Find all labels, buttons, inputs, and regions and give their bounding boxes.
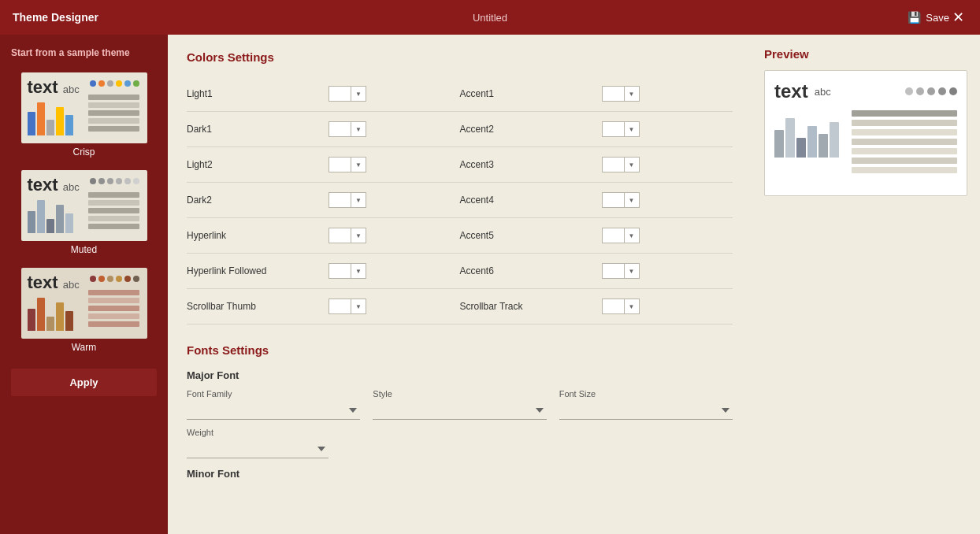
color-dropdown-dark1[interactable]: ▼ [351, 121, 366, 137]
color-swatch-light2[interactable] [329, 157, 351, 172]
color-row-accent4: Accent4 ▼ [460, 183, 733, 218]
color-swatch-scrollbar-thumb[interactable] [329, 299, 351, 314]
style-control: Style [373, 389, 546, 420]
preview-inner [774, 110, 957, 176]
color-dropdown-accent3[interactable]: ▼ [624, 157, 640, 172]
color-row-accent3: Accent3 ▼ [460, 147, 733, 183]
color-dropdown-accent6[interactable]: ▼ [624, 263, 640, 279]
thumb-text-muted: text abc [28, 175, 80, 195]
font-size-select[interactable] [559, 402, 733, 420]
weight-control: Weight [187, 428, 329, 458]
color-dropdown-scrollbar-thumb[interactable]: ▼ [351, 299, 366, 314]
apply-button[interactable]: Apply [11, 369, 157, 396]
color-picker-accent6: ▼ [602, 263, 733, 279]
color-row-accent6: Accent6 ▼ [460, 254, 733, 289]
font-family-select[interactable] [187, 402, 360, 420]
close-button[interactable]: ✕ [949, 9, 967, 26]
color-swatch-accent2[interactable] [602, 121, 624, 137]
preview-panel: Preview text abc [752, 35, 980, 534]
title-bar: Theme Designer 💾 Save Untitled ✕ [0, 0, 980, 35]
color-row-accent5: Accent5 ▼ [460, 218, 733, 254]
style-select[interactable] [373, 402, 546, 420]
preview-table-row-3 [852, 139, 957, 145]
color-label-hyperlink: Hyperlink [187, 230, 329, 241]
app-window: Theme Designer 💾 Save Untitled ✕ Start f… [0, 0, 980, 534]
sidebar-heading: Start from a sample theme [0, 35, 168, 66]
colors-section-title: Colors Settings [187, 50, 733, 64]
color-dropdown-light2[interactable]: ▼ [351, 157, 366, 172]
theme-label-warm: Warm [72, 342, 97, 353]
color-label-accent1: Accent1 [460, 88, 602, 99]
weight-select[interactable] [187, 440, 329, 458]
color-picker-accent2: ▼ [602, 121, 733, 137]
preview-table-row-5 [852, 158, 957, 164]
color-picker-hyperlink-followed: ▼ [329, 263, 460, 279]
color-swatch-accent3[interactable] [602, 157, 624, 172]
theme-label-muted: Muted [71, 244, 97, 255]
theme-item-warm[interactable]: text abc [0, 261, 168, 359]
color-row-accent1: Accent1 ▼ [460, 76, 733, 112]
font-size-control: Font Size [559, 389, 733, 420]
color-dropdown-hyperlink[interactable]: ▼ [351, 228, 366, 243]
color-label-light1: Light1 [187, 88, 329, 99]
color-label-accent6: Accent6 [460, 265, 602, 276]
save-label: Save [926, 12, 949, 24]
theme-item-crisp[interactable]: text abc [0, 66, 168, 164]
color-picker-accent1: ▼ [602, 86, 733, 102]
colors-right-col: Accent1 ▼ Accent2 ▼ Ac [460, 76, 733, 324]
thumb-chart-warm [28, 295, 73, 331]
color-swatch-hyperlink[interactable] [329, 228, 351, 243]
font-family-label: Font Family [187, 389, 360, 399]
doc-title: Untitled [473, 12, 507, 24]
color-picker-dark1: ▼ [329, 121, 460, 137]
color-swatch-dark2[interactable] [329, 192, 351, 208]
color-row-scrollbar-thumb: Scrollbar Thumb ▼ [187, 289, 460, 324]
color-dropdown-accent2[interactable]: ▼ [624, 121, 640, 137]
color-swatch-hyperlink-followed[interactable] [329, 263, 351, 279]
preview-box: text abc [764, 70, 967, 196]
color-label-accent2: Accent2 [460, 124, 602, 135]
app-name: Theme Designer [13, 11, 908, 24]
save-button[interactable]: 💾 Save [908, 11, 949, 24]
preview-table-row-2 [852, 129, 957, 135]
color-picker-hyperlink: ▼ [329, 228, 460, 243]
preview-table-row-1 [852, 120, 957, 126]
color-swatch-scrollbar-track[interactable] [602, 299, 624, 314]
main-content: Colors Settings Light1 ▼ Dark1 [168, 35, 752, 534]
preview-table-row-4 [852, 148, 957, 154]
theme-label-crisp: Crisp [72, 146, 95, 158]
color-dropdown-dark2[interactable]: ▼ [351, 192, 366, 208]
theme-thumbnail-warm: text abc [21, 268, 147, 339]
color-swatch-light1[interactable] [329, 86, 351, 102]
preview-text-row: text abc [774, 80, 957, 102]
fonts-section: Fonts Settings Major Font Font Family St… [187, 343, 733, 480]
color-row-light1: Light1 ▼ [187, 76, 460, 112]
fonts-section-title: Fonts Settings [187, 343, 733, 357]
color-dropdown-accent1[interactable]: ▼ [624, 86, 640, 102]
thumb-dots-crisp [90, 80, 139, 87]
color-picker-accent5: ▼ [602, 228, 733, 243]
theme-item-muted[interactable]: text abc [0, 164, 168, 261]
preview-dots [905, 87, 957, 95]
major-font-title: Major Font [187, 369, 733, 381]
thumb-text-warm: text abc [28, 273, 80, 293]
color-swatch-accent6[interactable] [602, 263, 624, 279]
preview-title: Preview [764, 47, 967, 61]
save-icon: 💾 [908, 11, 921, 24]
font-family-control: Font Family [187, 389, 360, 420]
color-swatch-dark1[interactable] [329, 121, 351, 137]
color-swatch-accent1[interactable] [602, 86, 624, 102]
color-swatch-accent5[interactable] [602, 228, 624, 243]
color-picker-accent3: ▼ [602, 157, 733, 172]
color-dropdown-light1[interactable]: ▼ [351, 86, 366, 102]
color-swatch-accent4[interactable] [602, 192, 624, 208]
color-dropdown-scrollbar-track[interactable]: ▼ [624, 299, 640, 314]
color-dropdown-accent5[interactable]: ▼ [624, 228, 640, 243]
color-picker-accent4: ▼ [602, 192, 733, 208]
color-label-dark2: Dark2 [187, 195, 329, 206]
color-label-accent5: Accent5 [460, 230, 602, 241]
color-dropdown-hyperlink-followed[interactable]: ▼ [351, 263, 366, 279]
thumb-table-muted [88, 192, 139, 233]
color-dropdown-accent4[interactable]: ▼ [624, 192, 640, 208]
color-label-accent4: Accent4 [460, 195, 602, 206]
